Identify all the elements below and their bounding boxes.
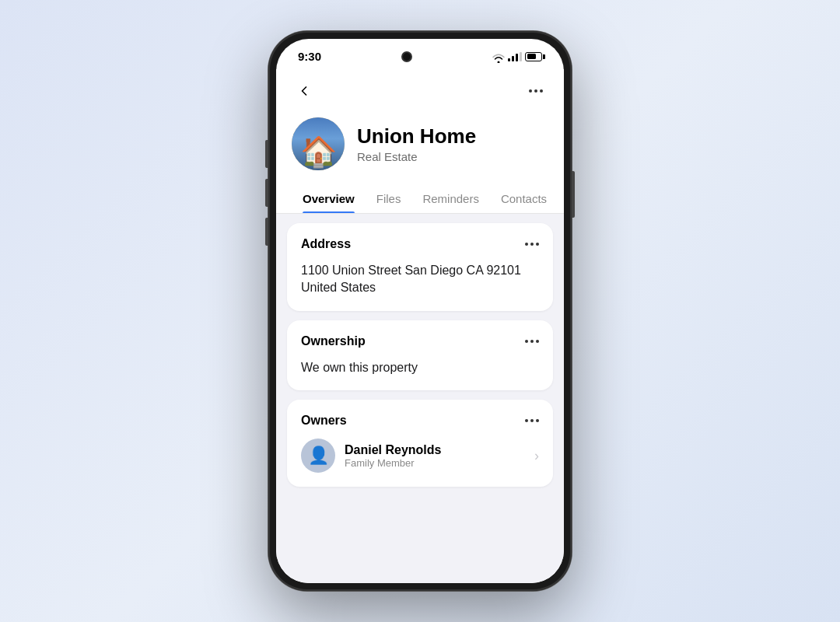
tab-reminders[interactable]: Reminders <box>411 183 490 213</box>
back-button[interactable] <box>292 79 317 103</box>
owner-avatar: 👤 <box>301 439 335 473</box>
address-card: Address 1100 Union Street San Diego CA 9… <box>287 223 553 311</box>
more-options-button[interactable] <box>523 79 548 103</box>
status-time: 9:30 <box>298 50 321 63</box>
address-card-title: Address <box>301 237 351 251</box>
profile-name: Union Home <box>357 124 548 149</box>
profile-category: Real Estate <box>357 150 548 163</box>
profile-header: Union Home Real Estate <box>276 111 564 183</box>
owner-row[interactable]: 👤 Daniel Reynolds Family Member › <box>301 439 539 473</box>
owner-name: Daniel Reynolds <box>345 443 525 457</box>
status-bar: 9:30 <box>276 39 564 69</box>
owners-more-button[interactable] <box>525 419 539 422</box>
address-value: 1100 Union Street San Diego CA 92101 Uni… <box>301 262 539 297</box>
tabs-bar: Overview Files Reminders Contacts <box>276 183 564 214</box>
main-content: Union Home Real Estate Overview Files Re… <box>276 69 564 583</box>
cards-area: Address 1100 Union Street San Diego CA 9… <box>276 214 564 496</box>
owner-chevron-icon: › <box>534 448 539 464</box>
phone-screen: 9:30 <box>276 39 564 583</box>
ownership-card-title: Ownership <box>301 334 366 348</box>
owner-info: Daniel Reynolds Family Member <box>345 443 525 469</box>
tab-contacts[interactable]: Contacts <box>490 183 558 213</box>
owners-card-title: Owners <box>301 414 347 428</box>
ownership-value: We own this property <box>301 359 539 376</box>
ownership-more-button[interactable] <box>525 340 539 343</box>
battery-icon <box>525 52 542 61</box>
owner-role: Family Member <box>345 457 525 469</box>
avatar <box>292 117 345 170</box>
tab-overview[interactable]: Overview <box>292 183 366 213</box>
status-icons <box>492 52 542 61</box>
profile-info: Union Home Real Estate <box>357 124 548 163</box>
address-more-button[interactable] <box>525 243 539 246</box>
owners-card: Owners 👤 Daniel Reynolds Family Member <box>287 400 553 487</box>
signal-icon <box>508 52 522 61</box>
top-nav <box>276 69 564 111</box>
ownership-card: Ownership We own this property <box>287 320 553 390</box>
wifi-icon <box>492 52 505 61</box>
tab-files[interactable]: Files <box>366 183 412 213</box>
camera-dot <box>401 51 412 62</box>
phone-wrapper: 9:30 <box>268 31 572 591</box>
